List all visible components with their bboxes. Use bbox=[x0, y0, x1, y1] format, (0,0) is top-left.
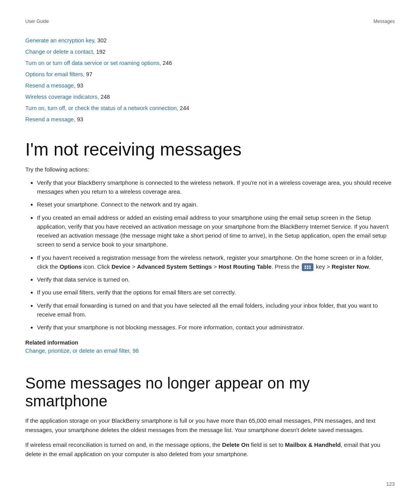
link-change-delete-contact[interactable]: Change or delete a contact, 192 bbox=[25, 46, 395, 58]
svg-rect-4 bbox=[304, 268, 306, 269]
bullet-8: Verify that your smartphone is not block… bbox=[37, 323, 395, 332]
link-data-service[interactable]: Turn on or turn off data service or set … bbox=[25, 58, 395, 69]
link-encryption-key[interactable]: Generate an encryption key, 302 bbox=[25, 35, 395, 46]
svg-rect-6 bbox=[309, 268, 311, 269]
section2-body1: If the application storage on your Black… bbox=[25, 416, 395, 435]
bullet-4: If you haven't received a registration m… bbox=[37, 253, 395, 271]
svg-rect-0 bbox=[304, 264, 312, 270]
page-header: User Guide Messages bbox=[25, 19, 395, 24]
link-resend-message-2[interactable]: Resend a message, 93 bbox=[25, 114, 395, 125]
svg-rect-1 bbox=[304, 266, 306, 267]
header-left: User Guide bbox=[25, 19, 49, 24]
related-info-link[interactable]: Change, prioritize, or delete an email f… bbox=[25, 348, 139, 354]
header-right: Messages bbox=[373, 19, 395, 24]
link-wireless-coverage[interactable]: Wireless coverage indicators, 248 bbox=[25, 91, 395, 103]
bullet-6: If you use email filters, verify that th… bbox=[37, 288, 395, 297]
related-info-block: Related information Change, prioritize, … bbox=[25, 340, 395, 354]
section-not-receiving: I'm not receiving messages Try the follo… bbox=[25, 139, 395, 354]
link-email-filters[interactable]: Options for email filters, 97 bbox=[25, 69, 395, 80]
link-network-connection[interactable]: Turn on, turn off, or check the status o… bbox=[25, 103, 395, 114]
svg-rect-5 bbox=[307, 268, 308, 269]
section1-intro: Try the following actions: bbox=[25, 166, 395, 173]
section-messages-no-longer: Some messages no longer appear on my sma… bbox=[25, 374, 395, 459]
links-section: Generate an encryption key, 302 Change o… bbox=[25, 35, 395, 125]
bullet-2: Reset your smartphone. Connect to the ne… bbox=[37, 200, 395, 209]
section1-title: I'm not receiving messages bbox=[25, 139, 395, 160]
section2-title: Some messages no longer appear on my sma… bbox=[25, 374, 395, 410]
bullet-5: Verify that data service is turned on. bbox=[37, 275, 395, 284]
svg-rect-3 bbox=[309, 266, 311, 267]
related-info-label: Related information bbox=[25, 340, 395, 346]
section1-bullets: Verify that your BlackBerry smartphone i… bbox=[37, 178, 395, 332]
menu-key-icon bbox=[302, 263, 313, 271]
section2-body2: If wireless email reconciliation is turn… bbox=[25, 440, 395, 459]
link-resend-message-1[interactable]: Resend a message, 93 bbox=[25, 80, 395, 91]
bullet-7: Verify that email forwarding is turned o… bbox=[37, 301, 395, 319]
svg-rect-2 bbox=[307, 266, 308, 267]
page-number: 123 bbox=[386, 481, 395, 487]
bullet-3: If you created an email address or added… bbox=[37, 213, 395, 249]
bullet-1: Verify that your BlackBerry smartphone i… bbox=[37, 178, 395, 196]
